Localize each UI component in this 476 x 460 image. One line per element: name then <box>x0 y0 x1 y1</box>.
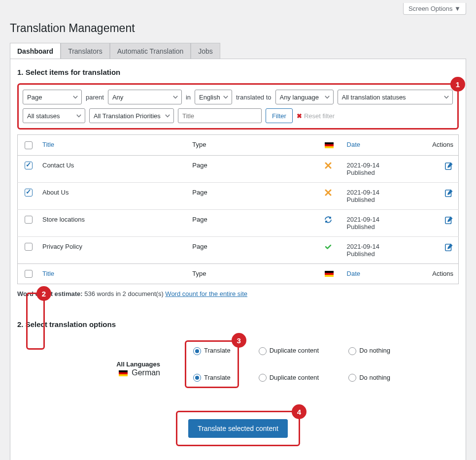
row-date: 2021-09-14Published <box>342 209 412 236</box>
filter-translation-status-select[interactable]: All translation statuses <box>338 90 453 104</box>
step1-heading: 1. Select items for translation <box>17 68 459 76</box>
page-title: Translation Management <box>10 18 466 43</box>
table-row: Contact UsPage2021-09-14Published <box>18 155 459 182</box>
table-row: About UsPage2021-09-14Published <box>18 182 459 209</box>
translate-all-option[interactable]: Translate <box>193 347 231 355</box>
row-date: 2021-09-14Published <box>342 182 412 209</box>
all-languages-label: All Languages <box>17 361 185 368</box>
row-title: Contact Us <box>37 155 187 182</box>
duplicate-german-radio[interactable] <box>259 374 267 382</box>
row-title: Store locations <box>37 209 187 236</box>
step2-heading: 2. Select translation options <box>17 320 459 329</box>
filter-button[interactable]: Filter <box>266 108 293 123</box>
header-title[interactable]: Title <box>37 135 187 156</box>
row-edit-action[interactable] <box>412 209 459 236</box>
footer-actions: Actions <box>412 263 459 284</box>
row-edit-action[interactable] <box>412 182 459 209</box>
row-type: Page <box>187 209 320 236</box>
nothing-all-option[interactable]: Do nothing <box>348 347 390 355</box>
footer-type: Type <box>187 263 320 284</box>
row-checkbox[interactable] <box>25 189 33 197</box>
filter-title-input[interactable] <box>178 108 262 123</box>
nothing-german-radio[interactable] <box>348 374 356 382</box>
nothing-all-radio[interactable] <box>348 347 356 355</box>
select-all-checkbox-footer[interactable] <box>25 270 33 278</box>
flag-de-icon <box>119 370 128 376</box>
footer-title[interactable]: Title <box>37 263 187 284</box>
row-checkbox[interactable] <box>25 216 33 224</box>
row-status-icon[interactable] <box>320 182 342 209</box>
tab-jobs[interactable]: Jobs <box>191 43 220 59</box>
tabs: Dashboard Translators Automatic Translat… <box>10 43 466 59</box>
translate-german-option[interactable]: Translate <box>193 374 231 382</box>
callout-highlight-4: 4 Translate selected content <box>176 411 300 446</box>
footer-date[interactable]: Date <box>342 263 412 284</box>
tab-dashboard[interactable]: Dashboard <box>10 43 61 59</box>
filter-parent-label: parent <box>86 94 104 101</box>
row-checkbox[interactable] <box>25 162 33 169</box>
filter-language-select[interactable]: English <box>195 90 232 104</box>
filter-priorities-select[interactable]: All Translation Priorities <box>89 108 174 123</box>
duplicate-all-option[interactable]: Duplicate content <box>259 347 319 355</box>
callout-badge-1: 1 <box>450 77 465 92</box>
items-table: Title Type Date Actions Contact UsPage20… <box>17 134 459 284</box>
row-type: Page <box>187 236 320 263</box>
row-date: 2021-09-14Published <box>342 155 412 182</box>
row-date: 2021-09-14Published <box>342 236 412 263</box>
reset-filter-link[interactable]: ✖Reset filter <box>297 112 335 120</box>
translate-all-radio[interactable] <box>193 347 201 355</box>
word-count-link[interactable]: Word count for the entire site <box>165 290 247 297</box>
tab-translators[interactable]: Translators <box>61 43 110 59</box>
nothing-german-option[interactable]: Do nothing <box>348 374 390 382</box>
screen-options-button[interactable]: Screen Options ▼ <box>403 3 466 15</box>
callout-badge-4: 4 <box>292 404 306 419</box>
word-count: Word count estimate: 536 words in 2 docu… <box>17 290 459 297</box>
row-status-icon[interactable] <box>320 236 342 263</box>
filter-type-select[interactable]: Page <box>23 90 82 104</box>
row-title: Privacy Policy <box>37 236 187 263</box>
header-actions: Actions <box>412 135 459 156</box>
footer-flag-de <box>320 263 342 284</box>
row-type: Page <box>187 155 320 182</box>
close-icon: ✖ <box>297 112 302 120</box>
filter-in-label: in <box>186 94 191 101</box>
select-all-checkbox[interactable] <box>25 141 33 149</box>
filter-statuses-select[interactable]: All statuses <box>23 108 85 123</box>
filter-parent-select[interactable]: Any <box>108 90 182 104</box>
tab-automatic-translation[interactable]: Automatic Translation <box>110 43 191 59</box>
row-status-icon[interactable] <box>320 155 342 182</box>
duplicate-german-option[interactable]: Duplicate content <box>259 374 319 382</box>
table-row: Privacy PolicyPage2021-09-14Published <box>18 236 459 263</box>
table-row: Store locationsPage2021-09-14Published <box>18 209 459 236</box>
flag-de-icon <box>325 271 334 277</box>
header-date[interactable]: Date <box>342 135 412 156</box>
filter-translated-to-select[interactable]: Any language <box>275 90 334 104</box>
filter-translated-to-label: translated to <box>236 94 272 101</box>
callout-badge-3: 3 <box>232 333 246 348</box>
duplicate-all-radio[interactable] <box>259 347 267 355</box>
flag-de-icon <box>325 142 334 148</box>
row-checkbox[interactable] <box>25 243 33 251</box>
callout-highlight-3: 3 Translate Translate <box>185 340 239 388</box>
translate-selected-button[interactable]: Translate selected content <box>188 419 288 438</box>
row-type: Page <box>187 182 320 209</box>
row-status-icon[interactable] <box>320 209 342 236</box>
translate-german-radio[interactable] <box>193 374 201 382</box>
row-edit-action[interactable] <box>412 236 459 263</box>
german-label: German <box>132 368 160 377</box>
header-flag-de <box>320 135 342 156</box>
filter-box: 1 Page parent Any in English translated … <box>17 83 459 130</box>
panel: 1. Select items for translation 1 Page p… <box>10 59 466 460</box>
row-edit-action[interactable] <box>412 155 459 182</box>
row-title: About Us <box>37 182 187 209</box>
header-type: Type <box>187 135 320 156</box>
